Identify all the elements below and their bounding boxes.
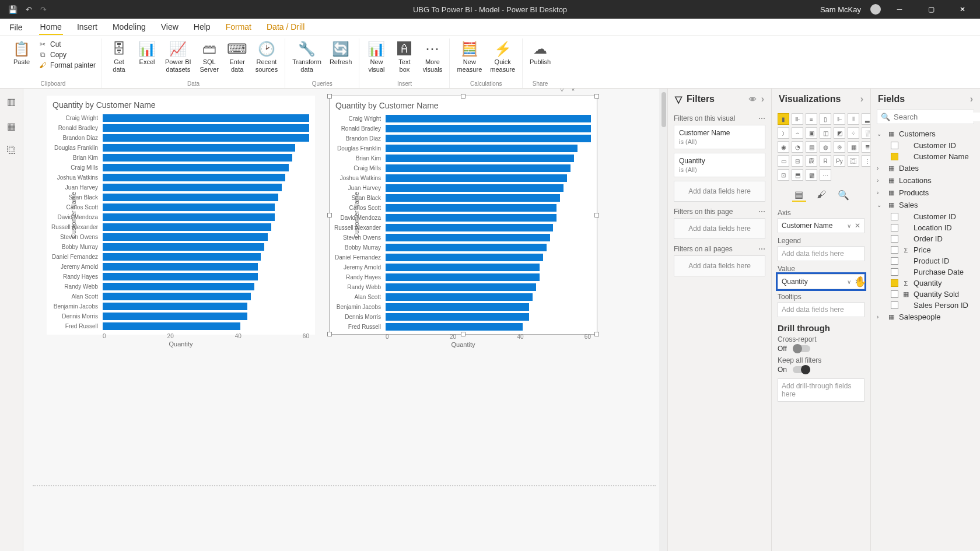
more-icon[interactable]: ⋯: [758, 208, 765, 216]
axis-well[interactable]: Customer Name∨✕: [778, 218, 864, 233]
viz-type-icon[interactable]: Py: [834, 155, 845, 167]
analytics-tab-icon[interactable]: 🔍: [836, 188, 850, 202]
focus-icon[interactable]: ⤢: [571, 89, 578, 93]
filter-card[interactable]: Customer Nameis (All): [674, 125, 765, 149]
transform-data-button[interactable]: 🔧Transform data: [289, 38, 325, 75]
resize-handle[interactable]: [594, 213, 599, 217]
model-view-icon[interactable]: ⿻: [5, 143, 19, 157]
bar-row[interactable]: Douglas Franklin: [103, 143, 309, 153]
bar-row[interactable]: Bobby Murray: [386, 243, 591, 252]
redo-icon[interactable]: ↷: [40, 5, 47, 14]
chart-visual-1[interactable]: Quantity by Customer NameCustomer NameCr…: [47, 96, 315, 335]
bar-row[interactable]: Craig Mills: [386, 163, 591, 173]
value-well[interactable]: Quantity∨✕ ✋: [778, 274, 864, 289]
field-item[interactable]: Product ID: [877, 255, 974, 266]
bar-row[interactable]: Craig Mills: [103, 163, 309, 173]
collapse-filters-icon[interactable]: ›: [761, 94, 764, 104]
field-item[interactable]: ΣQuantity: [877, 278, 974, 289]
search-input[interactable]: [894, 113, 980, 121]
field-item[interactable]: Customer ID: [877, 140, 974, 151]
remove-value-icon[interactable]: ✕: [855, 278, 860, 286]
field-item[interactable]: Purchase Date: [877, 266, 974, 278]
viz-type-icon[interactable]: ◔: [792, 141, 803, 153]
viz-type-icon[interactable]: R: [820, 155, 831, 167]
sql-server-button[interactable]: 🗃SQL Server: [196, 38, 223, 75]
filter-icon[interactable]: ▽: [559, 89, 565, 93]
bar-row[interactable]: Steven Owens: [103, 232, 309, 242]
viz-type-icon[interactable]: ⟯: [778, 127, 789, 139]
bar-row[interactable]: Jeremy Arnold: [103, 262, 309, 272]
viz-type-icon[interactable]: ▭: [778, 155, 789, 167]
undo-icon[interactable]: ↶: [26, 5, 32, 14]
bar-row[interactable]: Dennis Morris: [386, 312, 591, 322]
more-icon[interactable]: ⋯: [758, 245, 765, 253]
close-button[interactable]: ✕: [950, 0, 975, 19]
resize-handle[interactable]: [594, 94, 599, 99]
bar-row[interactable]: Jeremy Arnold: [386, 262, 591, 272]
more-icon[interactable]: ⋯: [584, 89, 592, 93]
viz-type-icon[interactable]: ▯: [820, 113, 831, 125]
field-table-salespeople[interactable]: ›▦Salespeople: [877, 311, 974, 323]
bar-row[interactable]: Steven Owens: [386, 233, 591, 243]
canvas-scrollbar[interactable]: [659, 89, 667, 551]
bar-row[interactable]: Alan Scott: [386, 292, 591, 302]
field-table-customers[interactable]: ⌄▦Customers: [877, 128, 974, 140]
viz-type-icon[interactable]: ⋯: [820, 169, 831, 181]
bar-row[interactable]: Fred Russell: [386, 322, 591, 332]
tab-help[interactable]: Help: [192, 20, 212, 35]
viz-type-icon[interactable]: ░: [862, 127, 870, 139]
bar-row[interactable]: Joshua Watkins: [103, 173, 309, 183]
bar-row[interactable]: Randy Webb: [103, 282, 309, 292]
viz-type-icon[interactable]: ▤: [806, 141, 817, 153]
bar-row[interactable]: Alan Scott: [103, 292, 309, 301]
fields-search[interactable]: 🔍: [877, 110, 974, 124]
remove-axis-icon[interactable]: ✕: [855, 222, 860, 230]
field-item[interactable]: Order ID: [877, 233, 974, 244]
viz-type-icon[interactable]: 霞: [806, 155, 817, 167]
field-item[interactable]: Location ID: [877, 222, 974, 233]
bar-row[interactable]: Randy Hayes: [103, 272, 309, 282]
bar-row[interactable]: Brandon Diaz: [103, 133, 309, 143]
viz-type-icon[interactable]: ⋮: [862, 155, 870, 167]
get-data-button[interactable]: 🗄Get data: [106, 38, 132, 75]
chart-visual-2[interactable]: ▽ ⤢ ⋯ Quantity by Customer NameCustomer …: [329, 96, 597, 335]
resize-handle[interactable]: [594, 332, 599, 336]
viz-type-icon[interactable]: ≣: [862, 141, 870, 153]
resize-handle[interactable]: [327, 213, 332, 217]
viz-type-icon[interactable]: ⫴: [848, 113, 859, 125]
field-item[interactable]: Customer ID: [877, 211, 974, 222]
bar-row[interactable]: Randy Webb: [386, 282, 591, 292]
keep-filters-toggle[interactable]: [793, 366, 810, 373]
bar-row[interactable]: Carlos Scott: [103, 202, 309, 212]
tab-view[interactable]: View: [160, 20, 180, 35]
viz-type-icon[interactable]: ⁘: [848, 127, 859, 139]
bar-row[interactable]: Ronald Bradley: [386, 124, 591, 134]
field-table-products[interactable]: ›▦Products: [877, 187, 974, 199]
bar-row[interactable]: Bobby Murray: [103, 242, 309, 252]
viz-type-icon[interactable]: ⬒: [792, 169, 803, 181]
resize-handle[interactable]: [461, 332, 466, 336]
more-visuals-button[interactable]: ⋯More visuals: [419, 38, 446, 75]
viz-type-icon[interactable]: ⊪: [792, 113, 803, 125]
add-all-pages-filter-drop[interactable]: Add data fields here: [674, 255, 765, 276]
file-tab[interactable]: File: [8, 20, 24, 34]
viz-type-icon[interactable]: ▂: [862, 113, 870, 125]
paste-button[interactable]: 📋 Paste: [8, 38, 35, 67]
bar-row[interactable]: Russell Alexander: [386, 223, 591, 233]
collapse-fields-icon[interactable]: ›: [970, 94, 973, 104]
maximize-button[interactable]: ▢: [918, 0, 944, 19]
viz-type-icon[interactable]: ◩: [834, 127, 845, 139]
tab-data-drill[interactable]: Data / Drill: [265, 20, 306, 35]
collapse-viz-icon[interactable]: ›: [860, 94, 863, 104]
tooltips-well[interactable]: Add data fields here: [778, 302, 864, 317]
resize-handle[interactable]: [327, 94, 332, 99]
viz-type-icon[interactable]: ▮: [778, 113, 789, 125]
add-page-filter-drop[interactable]: Add data fields here: [674, 218, 765, 239]
copy-button[interactable]: ⧉Copy: [38, 50, 96, 59]
bar-row[interactable]: Carlos Scott: [386, 203, 591, 213]
viz-type-icon[interactable]: ▩: [806, 169, 817, 181]
bar-row[interactable]: Douglas Franklin: [386, 143, 591, 153]
viz-type-icon[interactable]: ⌢: [792, 127, 803, 139]
tab-home[interactable]: Home: [39, 20, 63, 35]
bar-row[interactable]: Juan Harvey: [386, 183, 591, 193]
